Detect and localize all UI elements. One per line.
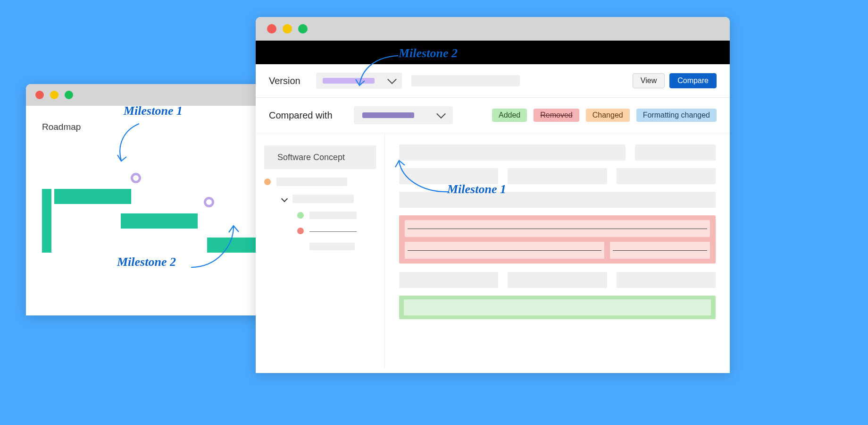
gantt-bar-1[interactable] bbox=[54, 189, 131, 204]
version-chip bbox=[323, 78, 375, 84]
traffic-light-close-icon[interactable] bbox=[267, 24, 276, 34]
diff-placeholder bbox=[399, 272, 498, 288]
milestone-marker-1-icon[interactable] bbox=[131, 173, 141, 183]
version-label: Version bbox=[269, 76, 307, 86]
tree-item-label-strike bbox=[309, 231, 357, 232]
diff-removed-line bbox=[405, 220, 710, 237]
compare-titlebar bbox=[256, 17, 730, 41]
tree-item-label bbox=[309, 212, 357, 219]
tree-item-label bbox=[309, 243, 355, 250]
tree-item[interactable] bbox=[264, 178, 376, 186]
version-meta-placeholder bbox=[411, 75, 520, 86]
compared-with-select[interactable] bbox=[354, 106, 453, 124]
traffic-light-minimize-icon[interactable] bbox=[50, 91, 58, 99]
gantt-track-marker bbox=[42, 189, 51, 253]
compared-with-row: Compared with Added Removed Changed Form… bbox=[256, 98, 730, 133]
diff-panel bbox=[385, 133, 730, 368]
milestone-marker-2-icon[interactable] bbox=[204, 197, 214, 207]
tree-item-label bbox=[292, 195, 354, 203]
diff-placeholder bbox=[508, 272, 607, 288]
diff-removed-block bbox=[399, 215, 716, 264]
annotation-milestone-1: Milestone 1 bbox=[124, 104, 183, 118]
traffic-light-minimize-icon[interactable] bbox=[283, 24, 292, 34]
chevron-down-icon bbox=[436, 109, 446, 119]
tree-dot-removed-icon bbox=[297, 228, 304, 234]
tree-item[interactable] bbox=[297, 212, 376, 219]
diff-placeholder bbox=[635, 144, 716, 161]
diff-placeholder bbox=[617, 168, 716, 184]
view-button[interactable]: View bbox=[633, 73, 665, 88]
diff-added-line bbox=[404, 299, 711, 315]
compared-chip bbox=[362, 112, 414, 118]
diff-removed-line bbox=[405, 242, 604, 259]
legend-added: Added bbox=[492, 109, 527, 122]
tree-expander[interactable] bbox=[280, 195, 376, 203]
diff-placeholder bbox=[399, 144, 626, 161]
version-select[interactable] bbox=[316, 73, 402, 89]
diff-placeholder bbox=[399, 192, 716, 208]
diff-added-block bbox=[399, 296, 716, 319]
tree-dot-icon bbox=[264, 178, 271, 185]
compared-with-label: Compared with bbox=[269, 110, 344, 121]
tree-item[interactable] bbox=[297, 228, 376, 234]
traffic-light-zoom-icon[interactable] bbox=[298, 24, 308, 34]
diff-placeholder bbox=[617, 272, 716, 288]
diff-placeholder bbox=[399, 168, 498, 184]
legend-changed: Changed bbox=[586, 109, 630, 122]
app-header-bar bbox=[256, 41, 730, 64]
legend-removed: Removed bbox=[534, 109, 579, 122]
diff-removed-line bbox=[610, 242, 710, 259]
traffic-light-zoom-icon[interactable] bbox=[65, 91, 73, 99]
traffic-light-close-icon[interactable] bbox=[35, 91, 44, 99]
tree-item-label bbox=[276, 178, 347, 186]
compare-window: Version View Compare Compared with Added… bbox=[256, 17, 730, 373]
legend-formatting-changed: Formatting changed bbox=[636, 109, 717, 122]
tree-item[interactable] bbox=[297, 243, 376, 250]
diff-placeholder bbox=[508, 168, 607, 184]
gantt-bar-2[interactable] bbox=[121, 213, 198, 229]
chevron-down-icon bbox=[387, 75, 397, 84]
compare-button[interactable]: Compare bbox=[669, 73, 717, 88]
version-row: Version View Compare bbox=[256, 64, 730, 98]
chevron-down-icon bbox=[281, 196, 288, 202]
compare-sidebar: Software Concept bbox=[256, 133, 385, 368]
sidebar-header[interactable]: Software Concept bbox=[264, 145, 376, 169]
tree-dot-added-icon bbox=[297, 212, 304, 219]
